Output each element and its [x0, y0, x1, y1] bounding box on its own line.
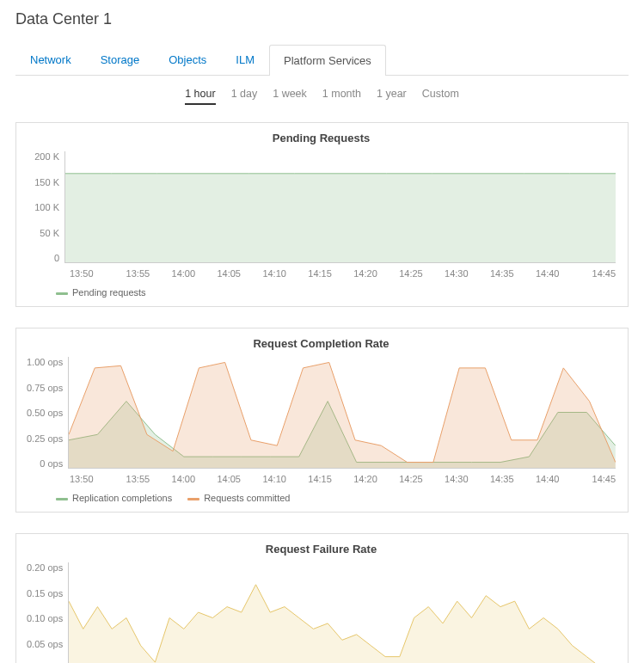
- y-axis: 1.00 ops0.75 ops0.50 ops0.25 ops0 ops: [27, 357, 68, 469]
- legend-swatch: [56, 498, 68, 500]
- chart-plot-area: [64, 151, 616, 263]
- legend-swatch: [56, 292, 68, 295]
- y-tick: 1.00 ops: [27, 357, 63, 367]
- y-tick: 200 K: [34, 151, 59, 162]
- x-tick: 13:50: [70, 268, 115, 279]
- y-tick: 0: [54, 253, 59, 263]
- x-tick: 14:20: [343, 268, 389, 279]
- legend-label: Pending requests: [72, 287, 146, 298]
- chart-legend: Pending requests: [56, 287, 616, 298]
- y-tick: 150 K: [34, 177, 59, 187]
- x-tick: 14:10: [252, 268, 297, 279]
- chart-title: Request Completion Rate: [27, 337, 616, 350]
- x-tick: 14:45: [570, 474, 616, 484]
- chart-title: Request Failure Rate: [27, 543, 616, 556]
- x-tick: 14:45: [570, 268, 616, 279]
- legend-label: Requests committed: [204, 493, 290, 503]
- chart-title: Pending Requests: [27, 132, 616, 144]
- y-tick: 0.25 ops: [27, 433, 63, 444]
- x-tick: 14:00: [161, 268, 206, 279]
- x-tick: 14:10: [252, 474, 297, 484]
- x-tick: 14:30: [433, 474, 479, 484]
- range-1-year[interactable]: 1 year: [377, 88, 407, 105]
- x-tick: 14:30: [433, 268, 479, 279]
- y-tick: 0.50 ops: [27, 408, 63, 418]
- x-tick: 13:55: [115, 268, 161, 279]
- x-tick: 14:40: [524, 268, 570, 279]
- x-tick: 13:55: [115, 474, 161, 484]
- legend-item: Replication completions: [56, 493, 172, 503]
- x-tick: 14:40: [524, 474, 570, 484]
- legend-swatch: [187, 498, 199, 500]
- x-axis: 13:5013:5514:0014:0514:1014:1514:2014:25…: [70, 268, 616, 279]
- range-1-week[interactable]: 1 week: [273, 88, 307, 105]
- x-tick: 14:15: [297, 474, 343, 484]
- chart-card-1: Request Completion Rate1.00 ops0.75 ops0…: [15, 328, 629, 513]
- x-tick: 14:05: [206, 474, 252, 484]
- x-tick: 14:00: [161, 474, 206, 484]
- tab-storage[interactable]: Storage: [86, 44, 155, 75]
- x-tick: 14:15: [297, 268, 343, 279]
- chart-legend: Replication completionsRequests committe…: [56, 493, 616, 503]
- tab-network[interactable]: Network: [15, 44, 86, 75]
- y-tick: 0.15 ops: [27, 588, 63, 599]
- y-tick: 0.05 ops: [27, 639, 63, 649]
- tabs-bar: NetworkStorageObjectsILMPlatform Service…: [15, 44, 629, 76]
- chart-plot-area: [68, 562, 616, 663]
- legend-item: Pending requests: [56, 287, 146, 298]
- range-1-hour[interactable]: 1 hour: [185, 88, 215, 105]
- legend-item: Requests committed: [187, 493, 290, 503]
- legend-label: Replication completions: [72, 493, 172, 503]
- y-tick: 0.20 ops: [27, 562, 63, 573]
- chart-card-2: Request Failure Rate0.20 ops0.15 ops0.10…: [15, 533, 629, 663]
- chart-card-0: Pending Requests200 K150 K100 K50 K013:5…: [15, 122, 629, 307]
- x-tick: 14:05: [206, 268, 252, 279]
- y-tick: 50 K: [40, 228, 59, 238]
- x-axis: 13:5013:5514:0014:0514:1014:1514:2014:25…: [70, 474, 616, 484]
- x-tick: 14:35: [479, 474, 524, 484]
- range-1-day[interactable]: 1 day: [231, 88, 258, 105]
- y-axis: 0.20 ops0.15 ops0.10 ops0.05 ops0 ops: [27, 562, 68, 663]
- tab-ilm[interactable]: ILM: [221, 44, 269, 75]
- tab-objects[interactable]: Objects: [154, 44, 221, 75]
- x-tick: 14:20: [343, 474, 389, 484]
- x-tick: 14:35: [479, 268, 524, 279]
- x-tick: 13:50: [70, 474, 115, 484]
- tab-platform-services[interactable]: Platform Services: [269, 45, 386, 76]
- time-range-row: 1 hour1 day1 week1 month1 yearCustom: [15, 77, 629, 110]
- y-tick: 0.75 ops: [27, 383, 63, 393]
- x-tick: 14:25: [388, 474, 433, 484]
- y-tick: 100 K: [34, 202, 59, 212]
- range-1-month[interactable]: 1 month: [322, 88, 361, 105]
- x-tick: 14:25: [388, 268, 433, 279]
- range-custom[interactable]: Custom: [422, 88, 459, 105]
- y-tick: 0.10 ops: [27, 613, 63, 623]
- chart-plot-area: [68, 357, 616, 469]
- y-axis: 200 K150 K100 K50 K0: [27, 151, 64, 263]
- page-title: Data Center 1: [15, 10, 629, 28]
- y-tick: 0 ops: [40, 458, 63, 469]
